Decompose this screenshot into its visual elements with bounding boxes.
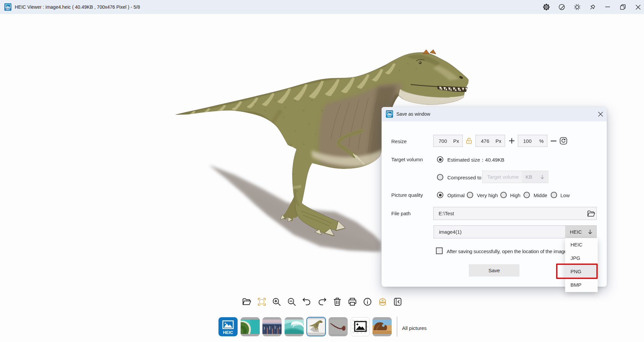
svg-text:HEIC: HEIC — [387, 115, 392, 117]
